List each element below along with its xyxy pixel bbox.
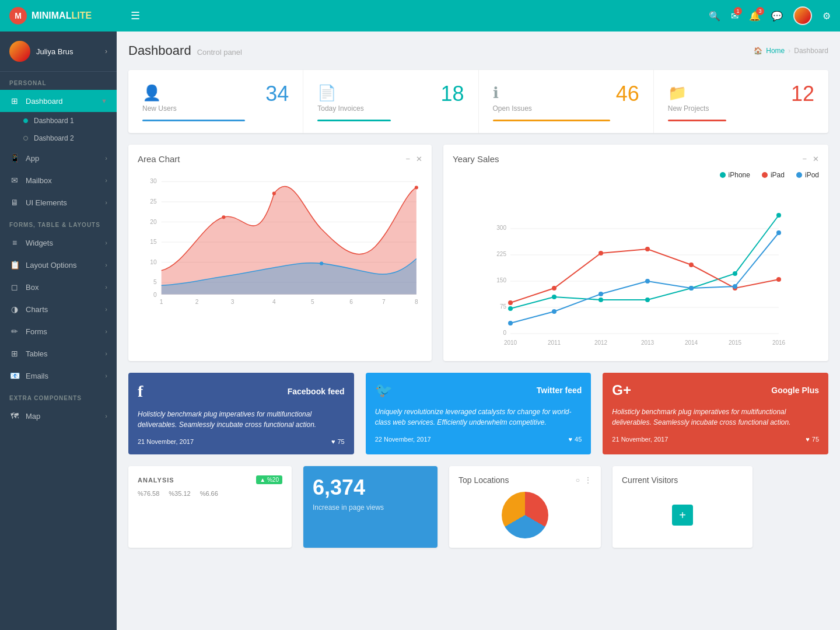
svg-text:225: 225 [496, 251, 506, 257]
ui-elements-icon: 🖥 [9, 197, 20, 208]
menu-toggle-button[interactable]: ☰ [131, 9, 140, 22]
logo-icon: M [9, 7, 27, 24]
heart-icon: ♥ [569, 436, 573, 443]
legend-iphone: iPhone [720, 171, 750, 179]
app-logo[interactable]: M MINIMALLITE [9, 7, 126, 24]
visitors-title: Current Visitors [622, 475, 743, 485]
legend-iphone-dot [720, 172, 726, 178]
svg-point-36 [508, 306, 513, 311]
mailbox-icon: ✉ [9, 175, 20, 186]
yearly-chart-card: Yeary Sales − ✕ iPhone iPad iPod [443, 145, 828, 361]
map-icon: 🗺 [9, 411, 20, 421]
facebook-card-likes: ♥ 75 [331, 438, 345, 445]
analysis-stats: %76.58 %35.12 %6.66 [138, 490, 282, 497]
sidebar-item-label: Forms [26, 327, 47, 336]
visitors-add-button[interactable]: + [672, 505, 693, 526]
sidebar: Juliya Brus › PERSONAL ⊞ Dashboard ▼ Das… [0, 32, 117, 630]
facebook-card-date: 21 November, 2017 [138, 438, 194, 445]
sidebar-item-tables[interactable]: ⊞ Tables › [0, 342, 117, 365]
svg-text:0: 0 [503, 330, 506, 336]
sidebar-item-label: Layout Options [26, 261, 76, 270]
area-chart-header: Area Chart − ✕ [138, 154, 422, 164]
breadcrumb-home-link[interactable]: Home [766, 47, 785, 55]
widgets-icon: ≡ [9, 237, 20, 248]
analysis-stat-2: %35.12 [169, 490, 190, 497]
bell-icon[interactable]: 🔔 3 [749, 10, 761, 22]
facebook-card-header: f Facebook feed [138, 382, 345, 401]
sidebar-item-box[interactable]: ◻ Box › [0, 276, 117, 298]
sidebar-item-layout[interactable]: 📋 Layout Options › [0, 254, 117, 276]
heart-icon: ♥ [806, 436, 810, 443]
chat-icon[interactable]: 💬 [771, 10, 783, 22]
yearly-chart-actions: − ✕ [802, 155, 819, 163]
svg-point-50 [508, 321, 513, 326]
svg-text:7: 7 [382, 299, 386, 305]
sidebar-item-forms[interactable]: ✏ Forms › [0, 320, 117, 342]
sidebar-item-widgets[interactable]: ≡ Widgets › [0, 232, 117, 254]
google-likes-count: 75 [812, 436, 819, 443]
sidebar-item-map[interactable]: 🗺 Map › [0, 405, 117, 427]
topnav-icons: 🔍 ✉ 1 🔔 3 💬 ⚙ [709, 6, 831, 25]
legend-ipod-dot [796, 172, 802, 178]
svg-point-54 [689, 286, 694, 290]
sidebar-item-label: Dashboard [26, 97, 63, 106]
sidebar-item-ui-elements[interactable]: 🖥 UI Elements › [0, 191, 117, 214]
sidebar-arrow-icon: › [105, 350, 107, 357]
analysis-card: ANALYSIS ▲ %20 %76.58 %35.12 %6.66 [128, 466, 292, 548]
sidebar-item-dashboard[interactable]: ⊞ Dashboard ▼ [0, 90, 117, 112]
new-users-label: New Users [142, 104, 177, 113]
sidebar-subitem-label: Dashboard 1 [34, 117, 74, 125]
area-chart-minimize-button[interactable]: − [405, 155, 410, 163]
sidebar-item-label: App [26, 154, 39, 163]
analysis-header: ANALYSIS ▲ %20 [138, 475, 282, 484]
locations-circle-button[interactable]: ○ [576, 476, 580, 484]
yearly-chart-minimize-button[interactable]: − [802, 155, 807, 163]
invoices-value: 18 [440, 82, 464, 106]
settings-icon[interactable]: ⚙ [822, 10, 831, 22]
svg-point-51 [552, 309, 556, 314]
pageviews-card: 6,374 Increase in page views [303, 466, 438, 548]
sub-item-dot [23, 118, 28, 123]
svg-point-39 [645, 298, 650, 302]
sidebar-item-label: Mailbox [26, 176, 52, 185]
google-card-text: Holisticly benchmark plug imperatives fo… [612, 407, 819, 428]
sidebar-arrow-icon: › [105, 372, 107, 379]
yearly-chart-close-button[interactable]: ✕ [813, 155, 819, 163]
sidebar-arrow-icon: › [105, 239, 107, 246]
area-chart-title: Area Chart [138, 154, 180, 164]
sidebar-user[interactable]: Juliya Brus › [0, 32, 117, 72]
mail-icon[interactable]: ✉ 1 [731, 10, 738, 22]
issues-value: 46 [616, 82, 639, 106]
sidebar-item-mailbox[interactable]: ✉ Mailbox › [0, 169, 117, 191]
svg-point-47 [689, 262, 694, 267]
area-chart-svg: 0 5 10 15 20 25 30 [138, 171, 422, 311]
svg-point-56 [776, 230, 781, 235]
issues-bar [493, 120, 610, 121]
search-icon[interactable]: 🔍 [709, 10, 720, 22]
svg-point-41 [733, 271, 737, 276]
svg-text:5: 5 [311, 299, 314, 305]
sidebar-subitem-dashboard1[interactable]: Dashboard 1 [0, 112, 117, 130]
social-cards-row: f Facebook feed Holisticly benchmark plu… [128, 373, 828, 454]
stat-card-today-invoices: 📄 Today Invoices 18 [303, 70, 478, 133]
user-avatar[interactable] [793, 6, 812, 25]
tables-icon: ⊞ [9, 348, 20, 359]
stat-card-new-users: 👤 New Users 34 [128, 70, 303, 133]
sidebar-item-charts[interactable]: ◑ Charts › [0, 298, 117, 320]
page-subtitle: Control panel [197, 48, 242, 57]
sidebar-item-app[interactable]: 📱 App › [0, 147, 117, 169]
sidebar-item-emails[interactable]: 📧 Emails › [0, 365, 117, 387]
legend-ipad-label: iPad [771, 171, 785, 179]
svg-text:2011: 2011 [548, 340, 561, 346]
area-chart-close-button[interactable]: ✕ [416, 155, 422, 163]
yearly-chart-legend: iPhone iPad iPod [453, 171, 819, 179]
locations-more-button[interactable]: ⋮ [584, 476, 592, 484]
sidebar-subitem-dashboard2[interactable]: Dashboard 2 [0, 130, 117, 147]
sidebar-user-avatar [9, 41, 30, 62]
sidebar-item-label: Tables [26, 349, 48, 358]
invoices-bar [317, 120, 391, 121]
sidebar-section-extra: EXTRA COMPONENTS [0, 387, 117, 405]
layout-icon: 📋 [9, 260, 20, 270]
analysis-title: ANALYSIS [138, 477, 174, 484]
main-content: Dashboard Control panel 🏠 Home › Dashboa… [117, 32, 840, 630]
